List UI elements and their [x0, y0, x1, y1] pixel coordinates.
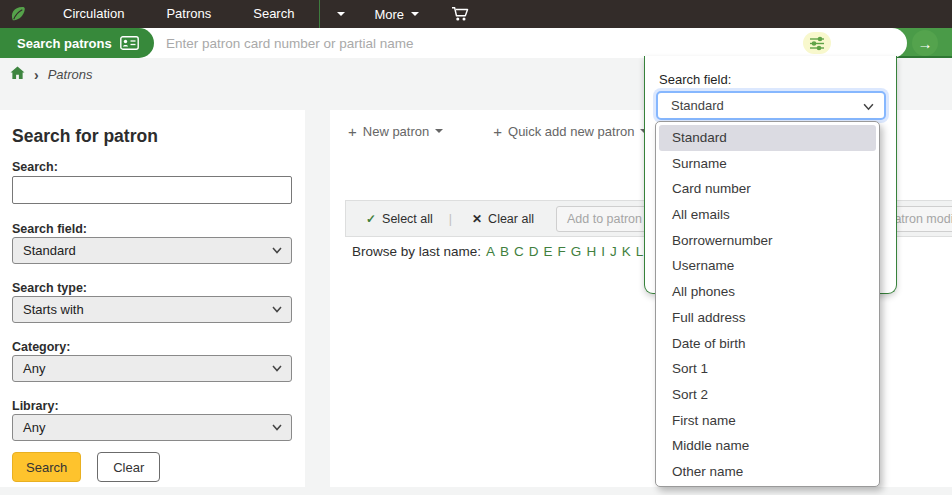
nav-link-patrons[interactable]: Patrons: [145, 0, 232, 28]
select-all-label: Select all: [382, 212, 433, 226]
sidebar-search-input[interactable]: [12, 176, 292, 204]
search-field-option[interactable]: Sort 2: [659, 382, 876, 408]
search-field-option[interactable]: First name: [659, 408, 876, 434]
clear-all-label: Clear all: [488, 212, 534, 226]
nav-link-circulation[interactable]: Circulation: [42, 0, 145, 28]
search-field-option[interactable]: Card number: [659, 176, 876, 202]
browse-letter-link[interactable]: E: [544, 244, 553, 259]
clear-button[interactable]: Clear: [97, 452, 160, 482]
browse-letter-link[interactable]: F: [558, 244, 566, 259]
search-submit-button[interactable]: →: [912, 30, 938, 56]
patron-search-bar: Search patrons →: [0, 28, 952, 58]
plus-icon: +: [348, 123, 357, 140]
browse-letter-link[interactable]: B: [500, 244, 509, 259]
search-field-option[interactable]: Middle name: [659, 433, 876, 459]
search-filter-button[interactable]: [803, 32, 831, 54]
browse-letter-link[interactable]: H: [586, 244, 596, 259]
library-select-value: Any: [23, 420, 45, 435]
search-field-option[interactable]: Surname: [659, 151, 876, 177]
home-icon[interactable]: [10, 66, 25, 83]
breadcrumb: › Patrons: [10, 66, 92, 83]
toolbar-separator: |: [449, 212, 452, 226]
browse-letter-link[interactable]: D: [529, 244, 539, 259]
library-select[interactable]: Any: [12, 414, 292, 441]
quick-add-label: Quick add new patron: [508, 124, 634, 139]
x-icon: ✕: [472, 212, 482, 226]
search-field-label: Search field:: [12, 222, 87, 236]
chevron-down-icon: [272, 306, 282, 313]
new-patron-label: New patron: [363, 124, 429, 139]
chevron-down-icon: [272, 247, 282, 254]
breadcrumb-current-page: Patrons: [48, 67, 93, 82]
search-sidebar: Search for patron Search: Search field: …: [0, 110, 305, 487]
search-field-option[interactable]: Full address: [659, 305, 876, 331]
new-patron-button[interactable]: + New patron: [348, 119, 443, 143]
library-label: Library:: [12, 399, 59, 413]
browse-letter-link[interactable]: A: [486, 244, 495, 259]
filter-select-value: Standard: [671, 98, 724, 113]
browse-letter-link[interactable]: I: [601, 244, 605, 259]
sliders-icon: [809, 36, 825, 51]
search-field-option[interactable]: Sort 1: [659, 356, 876, 382]
search-field-options-list: StandardSurnameCard numberAll emailsBorr…: [655, 121, 880, 487]
select-all-button[interactable]: ✓ Select all: [366, 212, 433, 226]
clear-all-button[interactable]: ✕ Clear all: [472, 212, 534, 226]
plus-icon: +: [493, 123, 502, 140]
patron-search-input[interactable]: [166, 28, 846, 58]
cart-icon[interactable]: [451, 6, 469, 22]
search-field-option[interactable]: Other name: [659, 459, 876, 485]
browse-letter-link[interactable]: L: [636, 244, 644, 259]
category-select[interactable]: Any: [12, 355, 292, 382]
sidebar-buttons: Search Clear: [12, 452, 160, 482]
search-field-select-value: Standard: [23, 243, 76, 258]
chevron-down-icon: [411, 12, 419, 16]
search-field-option[interactable]: Borrowernumber: [659, 228, 876, 254]
search-patrons-tab-label: Search patrons: [17, 36, 112, 51]
search-field-select[interactable]: Standard: [12, 237, 292, 264]
filter-search-field-label: Search field:: [659, 72, 731, 87]
browse-letter-link[interactable]: G: [571, 244, 582, 259]
browse-by-last-name: Browse by last name:ABCDEFGHIJKLMN: [352, 244, 674, 259]
sidebar-title: Search for patron: [12, 126, 158, 147]
search-label: Search:: [12, 160, 58, 174]
browse-letter-link[interactable]: K: [622, 244, 631, 259]
search-type-label: Search type:: [12, 281, 87, 295]
search-field-option[interactable]: All phones: [659, 279, 876, 305]
browse-label: Browse by last name:: [352, 244, 481, 259]
search-field-option[interactable]: Standard: [659, 125, 876, 151]
nav-more-label: More: [374, 7, 404, 22]
quick-add-new-patron-button[interactable]: + Quick add new patron: [493, 119, 648, 143]
breadcrumb-separator: ›: [34, 67, 39, 83]
search-patrons-tab[interactable]: Search patrons: [0, 28, 154, 58]
chevron-down-icon: [272, 365, 282, 372]
koha-leaf-logo-icon[interactable]: [9, 5, 28, 24]
nav-links-container: CirculationPatronsSearch: [42, 0, 315, 28]
category-select-value: Any: [23, 361, 45, 376]
nav-extra-dropdown[interactable]: [324, 0, 358, 28]
browse-letter-link[interactable]: C: [514, 244, 524, 259]
search-field-option[interactable]: Username: [659, 253, 876, 279]
id-card-icon: [120, 36, 139, 50]
chevron-down-icon: [863, 103, 874, 111]
search-type-select[interactable]: Starts with: [12, 296, 292, 323]
chevron-down-icon: [272, 424, 282, 431]
chevron-down-icon: [337, 12, 345, 16]
search-type-select-value: Starts with: [23, 302, 84, 317]
filter-search-field-select[interactable]: Standard: [656, 91, 886, 120]
chevron-down-icon: [435, 129, 443, 133]
browse-letter-link[interactable]: J: [610, 244, 617, 259]
top-navbar: CirculationPatronsSearch More: [0, 0, 952, 28]
nav-link-search[interactable]: Search: [232, 0, 315, 28]
check-icon: ✓: [366, 212, 376, 226]
search-field-option[interactable]: Date of birth: [659, 331, 876, 357]
patron-actions-row: + New patron + Quick add new patron: [348, 119, 648, 143]
category-label: Category:: [12, 340, 70, 354]
koha-patron-search-screen: CirculationPatronsSearch More Search pat…: [0, 0, 952, 495]
search-field-wrap: [100, 28, 907, 58]
search-button[interactable]: Search: [12, 452, 81, 482]
search-field-option[interactable]: All emails: [659, 202, 876, 228]
nav-divider: [319, 0, 320, 28]
nav-link-more[interactable]: More: [358, 0, 435, 28]
